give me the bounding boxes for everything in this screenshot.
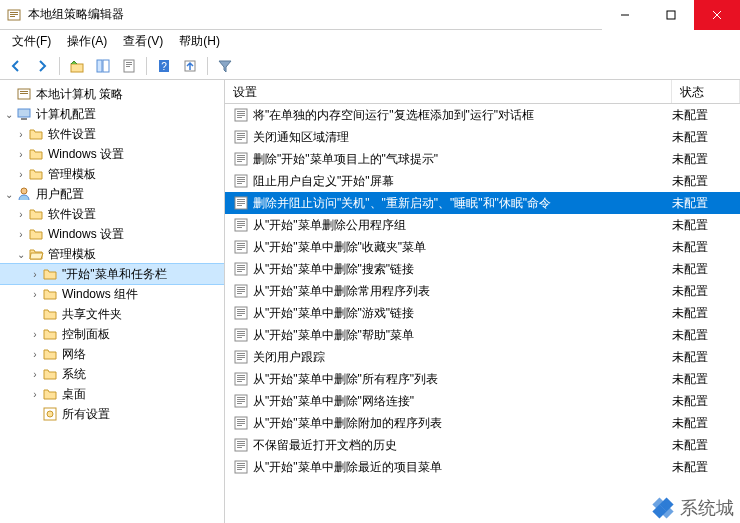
maximize-button[interactable] bbox=[648, 0, 694, 30]
show-hide-tree-button[interactable] bbox=[91, 54, 115, 78]
list-row[interactable]: 不保留最近打开文档的历史未配置 bbox=[225, 434, 740, 456]
svg-rect-2 bbox=[10, 14, 18, 15]
help-button[interactable]: ? bbox=[152, 54, 176, 78]
tree-shared-folders[interactable]: 共享文件夹 bbox=[0, 304, 224, 324]
list-row[interactable]: 从"开始"菜单中删除最近的项目菜单未配置 bbox=[225, 456, 740, 478]
tree-uc-templates[interactable]: ⌄ 管理模板 bbox=[0, 244, 224, 264]
tree-uc-windows[interactable]: › Windows 设置 bbox=[0, 224, 224, 244]
policy-item-icon bbox=[233, 195, 249, 211]
export-button[interactable] bbox=[178, 54, 202, 78]
tree-uc-software[interactable]: › 软件设置 bbox=[0, 204, 224, 224]
svg-rect-73 bbox=[237, 311, 245, 312]
column-state[interactable]: 状态 bbox=[672, 80, 740, 103]
minimize-button[interactable] bbox=[602, 0, 648, 30]
menu-file[interactable]: 文件(F) bbox=[4, 31, 59, 52]
tree-start-taskbar[interactable]: › "开始"菜单和任务栏 bbox=[0, 264, 224, 284]
svg-rect-28 bbox=[237, 113, 245, 114]
list-row[interactable]: 关闭用户跟踪未配置 bbox=[225, 346, 740, 368]
back-button[interactable] bbox=[4, 54, 28, 78]
list-row[interactable]: 从"开始"菜单中删除常用程序列表未配置 bbox=[225, 280, 740, 302]
svg-rect-103 bbox=[237, 443, 245, 444]
tree-cc-templates[interactable]: › 管理模板 bbox=[0, 164, 224, 184]
close-button[interactable] bbox=[694, 0, 740, 30]
tree-all-settings[interactable]: 所有设置 bbox=[0, 404, 224, 424]
tree-root[interactable]: 本地计算机 策略 bbox=[0, 84, 224, 104]
svg-rect-63 bbox=[237, 267, 245, 268]
policy-item-icon bbox=[233, 129, 249, 145]
folder-icon bbox=[42, 366, 58, 382]
tree-cc-windows[interactable]: › Windows 设置 bbox=[0, 144, 224, 164]
content-area: 本地计算机 策略 ⌄ 计算机配置 › 软件设置 › Windows 设置 › 管… bbox=[0, 80, 740, 523]
tree-label: 系统 bbox=[62, 366, 86, 383]
tree-windows-components[interactable]: › Windows 组件 bbox=[0, 284, 224, 304]
svg-rect-20 bbox=[20, 93, 28, 94]
tree-user-config[interactable]: ⌄ 用户配置 bbox=[0, 184, 224, 204]
svg-rect-79 bbox=[237, 335, 245, 336]
svg-rect-60 bbox=[237, 249, 242, 250]
list-row[interactable]: 删除并阻止访问"关机"、"重新启动"、"睡眠"和"休眠"命令未配置 bbox=[225, 192, 740, 214]
menu-help[interactable]: 帮助(H) bbox=[171, 31, 228, 52]
twisty-closed-icon[interactable]: › bbox=[28, 329, 42, 340]
twisty-open-icon[interactable]: ⌄ bbox=[2, 189, 16, 200]
folder-open-icon bbox=[28, 246, 44, 262]
svg-rect-48 bbox=[237, 201, 245, 202]
list-row[interactable]: 从"开始"菜单中删除"帮助"菜单未配置 bbox=[225, 324, 740, 346]
list-rows[interactable]: 将"在单独的内存空间运行"复选框添加到"运行"对话框未配置关闭通知区域清理未配置… bbox=[225, 104, 740, 523]
twisty-open-icon[interactable]: ⌄ bbox=[2, 109, 16, 120]
list-row[interactable]: 从"开始"菜单删除公用程序组未配置 bbox=[225, 214, 740, 236]
list-row[interactable]: 将"在单独的内存空间运行"复选框添加到"运行"对话框未配置 bbox=[225, 104, 740, 126]
up-button[interactable] bbox=[65, 54, 89, 78]
list-row[interactable]: 从"开始"菜单中删除"网络连接"未配置 bbox=[225, 390, 740, 412]
tree-computer-config[interactable]: ⌄ 计算机配置 bbox=[0, 104, 224, 124]
column-setting[interactable]: 设置 bbox=[225, 80, 672, 103]
svg-rect-44 bbox=[237, 181, 245, 182]
twisty-closed-icon[interactable]: › bbox=[28, 389, 42, 400]
tree-network[interactable]: › 网络 bbox=[0, 344, 224, 364]
svg-rect-12 bbox=[126, 62, 132, 63]
policy-item-icon bbox=[233, 217, 249, 233]
menu-action[interactable]: 操作(A) bbox=[59, 31, 115, 52]
tree-system[interactable]: › 系统 bbox=[0, 364, 224, 384]
svg-rect-75 bbox=[237, 315, 242, 316]
policy-item-icon bbox=[233, 305, 249, 321]
twisty-closed-icon[interactable]: › bbox=[14, 169, 28, 180]
list-row[interactable]: 从"开始"菜单中删除"游戏"链接未配置 bbox=[225, 302, 740, 324]
list-row[interactable]: 从"开始"菜单中删除"收藏夹"菜单未配置 bbox=[225, 236, 740, 258]
twisty-open-icon[interactable]: ⌄ bbox=[14, 249, 28, 260]
list-row[interactable]: 从"开始"菜单中删除"所有程序"列表未配置 bbox=[225, 368, 740, 390]
twisty-closed-icon[interactable]: › bbox=[14, 209, 28, 220]
tree-label: Windows 设置 bbox=[48, 146, 124, 163]
policy-tree[interactable]: 本地计算机 策略 ⌄ 计算机配置 › 软件设置 › Windows 设置 › 管… bbox=[0, 80, 225, 523]
folder-icon bbox=[42, 326, 58, 342]
twisty-closed-icon[interactable]: › bbox=[14, 149, 28, 160]
setting-state: 未配置 bbox=[672, 217, 740, 234]
tree-label: 用户配置 bbox=[36, 186, 84, 203]
svg-rect-64 bbox=[237, 269, 245, 270]
tree-cc-software[interactable]: › 软件设置 bbox=[0, 124, 224, 144]
list-row[interactable]: 阻止用户自定义"开始"屏幕未配置 bbox=[225, 170, 740, 192]
svg-rect-32 bbox=[237, 133, 245, 134]
twisty-closed-icon[interactable]: › bbox=[14, 229, 28, 240]
filter-button[interactable] bbox=[213, 54, 237, 78]
svg-rect-105 bbox=[237, 447, 242, 448]
tree-control-panel[interactable]: › 控制面板 bbox=[0, 324, 224, 344]
toolbar: ? bbox=[0, 52, 740, 80]
list-row[interactable]: 关闭通知区域清理未配置 bbox=[225, 126, 740, 148]
list-row[interactable]: 从"开始"菜单中删除附加的程序列表未配置 bbox=[225, 412, 740, 434]
forward-button[interactable] bbox=[30, 54, 54, 78]
properties-button[interactable] bbox=[117, 54, 141, 78]
twisty-closed-icon[interactable]: › bbox=[28, 289, 42, 300]
list-row[interactable]: 删除"开始"菜单项目上的"气球提示"未配置 bbox=[225, 148, 740, 170]
svg-rect-47 bbox=[237, 199, 245, 200]
svg-rect-9 bbox=[97, 60, 102, 72]
menu-view[interactable]: 查看(V) bbox=[115, 31, 171, 52]
twisty-closed-icon[interactable]: › bbox=[14, 129, 28, 140]
svg-rect-100 bbox=[237, 425, 242, 426]
twisty-closed-icon[interactable]: › bbox=[28, 269, 42, 280]
twisty-closed-icon[interactable]: › bbox=[28, 349, 42, 360]
twisty-closed-icon[interactable]: › bbox=[28, 369, 42, 380]
tree-label: 计算机配置 bbox=[36, 106, 96, 123]
setting-state: 未配置 bbox=[672, 371, 740, 388]
list-row[interactable]: 从"开始"菜单中删除"搜索"链接未配置 bbox=[225, 258, 740, 280]
tree-desktop[interactable]: › 桌面 bbox=[0, 384, 224, 404]
